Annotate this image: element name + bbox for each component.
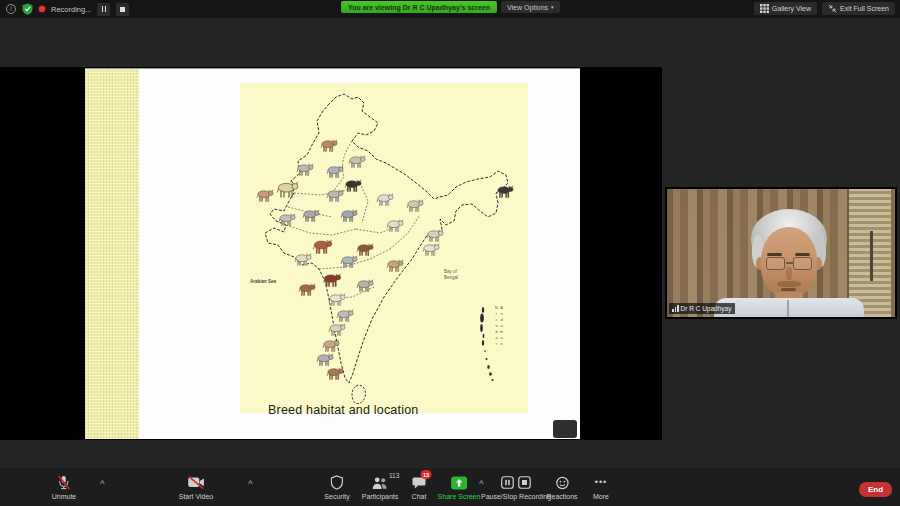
cattle-breed-marker — [326, 367, 344, 385]
glasses-left-lens — [766, 257, 785, 270]
share-screen-icon — [451, 476, 468, 490]
security-shield-icon — [330, 475, 343, 490]
arabian-sea-label: Arabian Sea — [250, 279, 276, 284]
cattle-breed-marker — [278, 213, 296, 231]
recording-status: Recording... — [51, 5, 91, 14]
cattle-breed-marker — [298, 283, 316, 301]
share-screen-button[interactable]: Share Screen — [438, 475, 481, 500]
cattle-breed-marker — [376, 193, 394, 211]
more-dots-icon: ••• — [595, 475, 607, 490]
participant-name-badge: Dr R C Upadhyay — [669, 303, 735, 314]
cattle-breed-marker — [322, 273, 342, 292]
speaker-shirt — [714, 298, 864, 317]
slide-side-stripe — [85, 69, 139, 439]
pause-stop-recording-button[interactable]: Pause/Stop Recording — [481, 475, 551, 500]
cattle-breed-marker — [496, 185, 514, 203]
cattle-breed-marker — [294, 253, 312, 271]
cattle-breed-marker — [406, 199, 424, 217]
cattle-breed-marker — [302, 209, 320, 227]
slide-scroll-thumb — [553, 420, 577, 438]
chat-unread-badge: 13 — [421, 470, 432, 479]
cattle-breed-marker — [326, 165, 344, 183]
viewing-banner: You are viewing Dr R C Upadhyay's screen — [341, 1, 497, 13]
more-button[interactable]: ••• More — [593, 475, 609, 500]
meeting-toolbar: Unmute ^ Start Video ^ Security — [0, 468, 900, 506]
bay-of-bengal-label: Bay of Bengal — [444, 269, 470, 280]
start-video-button[interactable]: Start Video — [179, 475, 214, 500]
cattle-breed-marker — [326, 189, 344, 207]
pause-recording-button[interactable] — [97, 3, 110, 16]
cattle-breed-marker — [386, 219, 404, 237]
cattle-breed-marker — [386, 259, 404, 277]
slide-title: Breed habitat and location — [268, 403, 418, 417]
gallery-view-button[interactable]: Gallery View — [754, 2, 817, 15]
cattle-breed-marker — [256, 189, 274, 207]
cow-layer — [240, 83, 528, 413]
cattle-breed-marker — [312, 239, 333, 259]
participants-count: 113 — [389, 472, 399, 479]
cattle-breed-marker — [340, 209, 358, 227]
audio-options-chevron[interactable]: ^ — [100, 479, 105, 488]
andaman-nicobar-label: Andaman Nicobar — [494, 305, 504, 389]
cattle-breed-marker — [356, 243, 374, 261]
video-options-chevron[interactable]: ^ — [248, 479, 253, 488]
recording-dot-icon — [39, 6, 45, 12]
zoom-meeting-window: i Recording... You are viewing Dr R C Up… — [0, 0, 900, 506]
chat-button[interactable]: 13 Chat — [412, 475, 427, 500]
reactions-smiley-icon — [555, 476, 569, 490]
curtain-slit — [870, 231, 873, 281]
participants-button[interactable]: 113 Participants — [362, 475, 399, 500]
speaker-video-tile[interactable]: Dr R C Upadhyay — [665, 187, 897, 319]
cattle-breed-marker — [356, 279, 374, 297]
security-button[interactable]: Security — [324, 475, 349, 500]
cattle-breed-marker — [344, 179, 362, 197]
top-bar: i Recording... You are viewing Dr R C Up… — [0, 0, 900, 18]
grid-icon — [760, 4, 769, 13]
glasses-right-lens — [793, 257, 812, 270]
participants-icon — [372, 476, 388, 490]
cattle-breed-marker — [276, 181, 299, 203]
video-feed: Dr R C Upadhyay — [667, 189, 895, 317]
mic-muted-icon — [57, 475, 71, 490]
meeting-info-icon[interactable]: i — [6, 4, 16, 14]
unmute-button[interactable]: Unmute — [52, 475, 77, 500]
cattle-breed-marker — [320, 139, 338, 157]
pause-recording-icon — [501, 476, 514, 489]
shared-screen-area: Arabian Sea Bay of Bengal Andaman Nicoba… — [0, 67, 662, 440]
cattle-breed-marker — [340, 255, 358, 273]
presentation-slide: Arabian Sea Bay of Bengal Andaman Nicoba… — [85, 68, 580, 439]
end-meeting-button[interactable]: End — [859, 482, 892, 497]
view-options-button[interactable]: View Options▾ — [501, 1, 560, 13]
camera-off-icon — [187, 476, 204, 489]
cattle-breed-marker — [348, 155, 366, 173]
exit-full-screen-button[interactable]: Exit Full Screen — [822, 2, 895, 15]
reactions-button[interactable]: Reactions — [546, 475, 577, 500]
signal-strength-icon — [672, 305, 679, 312]
stop-recording-icon — [518, 476, 531, 489]
india-breed-map: Arabian Sea Bay of Bengal Andaman Nicoba… — [240, 83, 528, 413]
cattle-breed-marker — [422, 243, 440, 261]
stop-recording-button[interactable] — [116, 3, 129, 16]
exit-fullscreen-icon — [828, 4, 837, 13]
caret-down-icon: ▾ — [551, 4, 554, 10]
encryption-shield-icon[interactable] — [22, 3, 33, 15]
cattle-breed-marker — [296, 163, 314, 181]
